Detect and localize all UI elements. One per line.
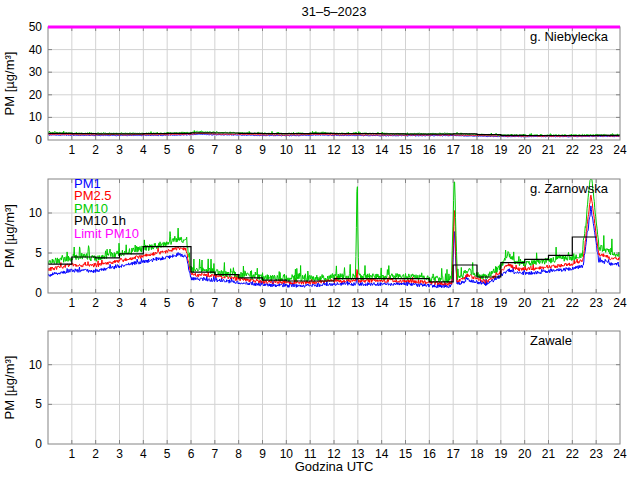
x-tick-label: 16 — [423, 143, 437, 157]
station-label: g. Niebylecka — [530, 29, 609, 44]
y-axis-label: PM [µg/m³] — [2, 204, 17, 268]
x-tick-label: 14 — [375, 143, 389, 157]
y-axis-label: PM [µg/m³] — [2, 52, 17, 116]
x-tick-label: 21 — [542, 296, 556, 310]
tick-labels: 1234567891011121314151617181920212223240… — [29, 358, 627, 461]
x-tick-label: 8 — [235, 143, 242, 157]
x-tick-label: 15 — [399, 143, 413, 157]
x-tick-label: 23 — [589, 296, 603, 310]
y-tick-label: 5 — [35, 246, 42, 260]
x-tick-label: 9 — [259, 143, 266, 157]
pm-measurement-figure: 31–5–2023 123456789101112131415161718192… — [0, 0, 640, 480]
chart-canvas: 1234567891011121314151617181920212223240… — [0, 0, 640, 480]
y-tick-label: 30 — [29, 65, 43, 79]
x-tick-label: 9 — [259, 296, 266, 310]
x-tick-label: 10 — [280, 143, 294, 157]
x-tick-label: 17 — [446, 143, 460, 157]
y-tick-label: 10 — [29, 206, 43, 220]
x-tick-label: 18 — [470, 296, 484, 310]
station-label: g. Zarnowska — [530, 181, 609, 196]
x-tick-label: 2 — [92, 296, 99, 310]
legend: PM1PM2.5PM10PM10 1hLimit PM10 — [74, 176, 139, 241]
x-tick-label: 12 — [327, 296, 341, 310]
x-tick-label: 21 — [542, 143, 556, 157]
x-tick-label: 10 — [280, 296, 294, 310]
x-tick-label: 20 — [518, 296, 532, 310]
x-tick-label: 13 — [351, 143, 365, 157]
x-tick-label: 14 — [375, 296, 389, 310]
station-label: Zawale — [530, 333, 572, 348]
y-axis-label: PM [µg/m³] — [2, 356, 17, 420]
x-tick-label: 17 — [446, 296, 460, 310]
x-tick-label: 1 — [68, 143, 75, 157]
x-tick-label: 4 — [140, 143, 147, 157]
y-tick-label: 40 — [29, 43, 43, 57]
y-tick-label: 0 — [35, 437, 42, 451]
x-tick-label: 6 — [188, 296, 195, 310]
x-tick-label: 16 — [423, 296, 437, 310]
x-tick-label: 19 — [494, 143, 508, 157]
x-tick-label: 18 — [470, 143, 484, 157]
x-tick-label: 20 — [518, 143, 532, 157]
x-axis-label: Godzina UTC — [48, 459, 620, 474]
x-tick-label: 6 — [188, 143, 195, 157]
panel-g-niebylecka: 1234567891011121314151617181920212223240… — [2, 20, 627, 157]
x-tick-label: 19 — [494, 296, 508, 310]
y-tick-label: 0 — [35, 133, 42, 147]
x-tick-label: 2 — [92, 143, 99, 157]
y-tick-label: 10 — [29, 358, 43, 372]
y-tick-label: 20 — [29, 88, 43, 102]
y-tick-label: 0 — [35, 286, 42, 300]
x-tick-label: 5 — [164, 296, 171, 310]
x-tick-label: 12 — [327, 143, 341, 157]
x-tick-label: 7 — [211, 296, 218, 310]
legend-item-limit-pm10: Limit PM10 — [74, 226, 139, 241]
x-tick-label: 7 — [211, 143, 218, 157]
x-tick-label: 11 — [304, 143, 317, 157]
x-tick-label: 24 — [613, 296, 627, 310]
y-tick-label: 50 — [29, 20, 43, 34]
y-tick-label: 10 — [29, 110, 43, 124]
x-tick-label: 4 — [140, 296, 147, 310]
x-tick-label: 3 — [116, 296, 123, 310]
x-tick-label: 22 — [566, 143, 580, 157]
x-tick-label: 1 — [68, 296, 75, 310]
x-tick-label: 15 — [399, 296, 413, 310]
x-tick-label: 3 — [116, 143, 123, 157]
x-tick-label: 23 — [589, 143, 603, 157]
panel-zawale: 1234567891011121314151617181920212223240… — [2, 331, 627, 461]
x-tick-label: 13 — [351, 296, 365, 310]
x-tick-label: 5 — [164, 143, 171, 157]
panel-g-zarnowska: 1234567891011121314151617181920212223240… — [2, 176, 627, 310]
x-tick-label: 11 — [304, 296, 317, 310]
x-tick-label: 24 — [613, 143, 627, 157]
x-tick-label: 22 — [566, 296, 580, 310]
y-tick-label: 5 — [35, 397, 42, 411]
x-tick-label: 8 — [235, 296, 242, 310]
